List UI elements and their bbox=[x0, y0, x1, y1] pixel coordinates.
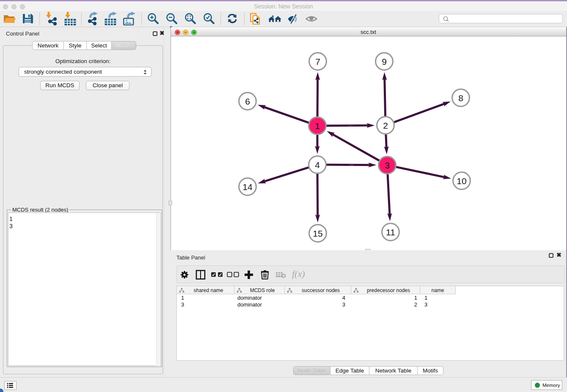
svg-text:15: 15 bbox=[313, 229, 322, 238]
svg-text:11: 11 bbox=[386, 227, 395, 237]
svg-text:8: 8 bbox=[458, 93, 463, 103]
svg-text:3: 3 bbox=[385, 160, 390, 170]
svg-text:9: 9 bbox=[382, 57, 387, 66]
svg-text:7: 7 bbox=[315, 57, 320, 66]
svg-text:4: 4 bbox=[315, 160, 320, 170]
svg-text:10: 10 bbox=[457, 176, 466, 186]
svg-text:1: 1 bbox=[315, 121, 320, 131]
svg-text:6: 6 bbox=[245, 97, 250, 106]
svg-text:14: 14 bbox=[242, 182, 253, 192]
svg-text:2: 2 bbox=[383, 121, 388, 130]
